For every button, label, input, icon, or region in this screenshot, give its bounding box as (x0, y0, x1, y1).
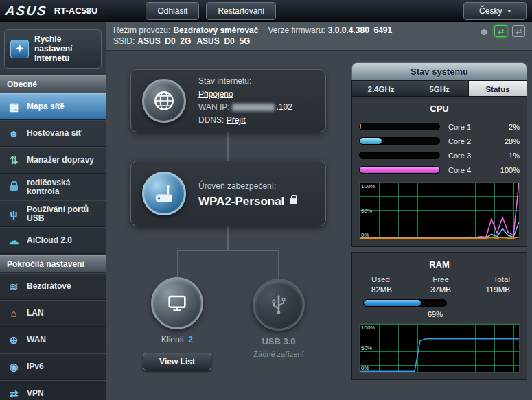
ram-usage-fill (364, 300, 421, 306)
cpu-core3-label: Core 3 (448, 152, 494, 160)
status-tabs: 2.4GHz 5GHz Status (351, 80, 527, 97)
ssid-2g-link[interactable]: ASUS_D0_2G (137, 36, 191, 46)
ram-graph-ylabel-50: 50% (361, 345, 372, 351)
cpu-core2-bar (359, 137, 440, 145)
firmware-label: Verze firmwaru: (268, 25, 325, 35)
ssid-label: SSID: (113, 36, 135, 46)
op-mode-label: Režim provozu: (113, 25, 170, 35)
sidebar-item-label: IPv6 (27, 362, 44, 371)
cpu-core1-percent: 2% (494, 123, 520, 131)
cpu-core4-label: Core 4 (448, 166, 494, 174)
cpu-title: CPU (359, 102, 520, 119)
clients-count: 2 (188, 335, 193, 344)
internet-status-link[interactable]: Připojeno (198, 89, 233, 99)
info-bar: Režim provozu:Bezdrátový směrovačVerze f… (106, 22, 532, 51)
clients-icon[interactable]: ☻ (478, 26, 489, 37)
security-value-row: WPA2-Personal (198, 195, 297, 208)
ipv6-icon: ◉ (7, 362, 21, 371)
ram-free-label: Free (432, 275, 449, 283)
cpu-core1-fill (360, 123, 361, 130)
cpu-core2-label: Core 2 (448, 137, 494, 145)
vpn-icon: ⇄ (7, 389, 21, 398)
info-row-2: SSID:ASUS_D0_2GASUS_D0_5G (113, 36, 525, 47)
sidebar-item-vpn[interactable]: ⇄ VPN (0, 380, 106, 400)
router-icon (152, 181, 176, 206)
sidebar-item-ipv6[interactable]: ◉ IPv6 (0, 353, 106, 380)
status-icons: ☻ ⇄ ⇄ (478, 25, 525, 37)
sidebar-item-wireless[interactable]: ≋ Bezdrátové (0, 273, 106, 300)
sidebar-item-label: Hostovaná síť (27, 129, 82, 138)
network-status-icon-active[interactable]: ⇄ (494, 25, 507, 37)
security-value: WPA2-Personal (198, 195, 284, 208)
connector-line (227, 226, 229, 250)
body-layout: ✦ Rychlé nastavení internetu Obecné ▦ Ma… (0, 22, 532, 400)
wan-ip-row: WAN IP:.102 (198, 101, 292, 114)
wan-ip-redacted (232, 104, 275, 111)
ram-usage-percent: 69% (428, 310, 520, 318)
ssid-5g-link[interactable]: ASUS_D0_5G (196, 36, 250, 46)
op-mode-link[interactable]: Bezdrátový směrovač (173, 25, 258, 35)
sidebar-item-lan[interactable]: ⌂ LAN (0, 300, 106, 327)
client-monitor-icon (165, 292, 189, 315)
clients-circle[interactable] (151, 277, 203, 329)
ddns-link[interactable]: Přejít (227, 115, 246, 125)
sidebar-item-label: LAN (27, 309, 44, 318)
sidebar-item-guest-network[interactable]: ☻ Hostovaná síť (0, 120, 106, 147)
usb-title: USB 3.0 (238, 336, 320, 346)
chevron-down-icon: ▾ (507, 8, 511, 14)
ram-graph-ylabel-100: 100% (361, 325, 375, 331)
connector-line (227, 132, 229, 161)
clients-label: Klienti: (161, 335, 186, 344)
quick-internet-setup-button[interactable]: ✦ Rychlé nastavení internetu (4, 29, 102, 69)
sidebar-item-network-map[interactable]: ▦ Mapa sítě (0, 93, 106, 120)
sidebar-item-label: AiCloud 2.0 (27, 236, 72, 245)
info-row-1: Režim provozu:Bezdrátový směrovačVerze f… (113, 25, 525, 36)
router-device-icon[interactable] (142, 172, 186, 215)
tab-status[interactable]: Status (469, 80, 527, 97)
sidebar-item-wan[interactable]: ⊕ WAN (0, 327, 106, 353)
view-list-button[interactable]: View List (143, 353, 211, 370)
ddns-label: DDNS: (198, 115, 224, 125)
cpu-usage-graph: 100% 50% 0% (359, 182, 520, 239)
internet-globe-icon[interactable] (142, 79, 186, 123)
wan-ip-suffix: .102 (277, 102, 292, 112)
wireless-icon: ≋ (7, 282, 21, 291)
cpu-graph-ylabel-50: 50% (361, 208, 372, 214)
asus-logo: ASUS (5, 3, 48, 19)
cpu-graph-plot (360, 183, 519, 239)
cpu-core1-bar (359, 123, 440, 130)
cpu-core4-bar (359, 166, 440, 174)
sidebar-item-aicloud[interactable]: ☁ AiCloud 2.0 (0, 227, 106, 254)
sidebar-item-traffic-manager[interactable]: ⇅ Manažer dopravy (0, 147, 106, 174)
sidebar-item-parental-control[interactable]: rodičovská kontrola (0, 174, 106, 200)
cpu-core4-fill (360, 167, 439, 173)
system-status-header: Stav systému (351, 62, 527, 80)
network-map-canvas: Stav internetu: Připojeno WAN IP:.102 DD… (106, 51, 351, 400)
cpu-graph-ylabel-0: 0% (361, 232, 369, 238)
cpu-core2-fill (360, 138, 382, 144)
sidebar-item-usb-application[interactable]: ψ Používání portů USB (0, 200, 106, 227)
logout-button[interactable]: Odhlásit (146, 2, 199, 20)
sidebar-item-label: WAN (27, 336, 46, 344)
system-status-panel: Stav systému 2.4GHz 5GHz Status CPU Core… (351, 62, 527, 400)
usb-device-circle[interactable] (253, 279, 305, 331)
sidebar-item-label: Používání portů USB (27, 205, 102, 223)
cpu-graph-ylabel-100: 100% (361, 183, 375, 189)
connector-line (278, 250, 279, 280)
network-status-icon[interactable]: ⇄ (512, 25, 525, 37)
security-text: Úroveň zabezpečení: WPA2-Personal (198, 180, 297, 208)
router-model: RT-AC58U (54, 5, 98, 16)
reboot-button[interactable]: Restartování (206, 2, 276, 20)
lan-home-icon: ⌂ (7, 309, 21, 318)
traffic-manager-icon: ⇅ (7, 156, 21, 165)
wan-globe-icon: ⊕ (7, 336, 21, 344)
ram-used-col: Used 82MB (362, 275, 417, 294)
tab-5ghz[interactable]: 5GHz (410, 80, 469, 97)
sidebar-item-label: Bezdrátové (27, 282, 71, 291)
content-area: Stav internetu: Připojeno WAN IP:.102 DD… (106, 51, 532, 400)
parental-control-lock-icon (7, 183, 21, 191)
tab-2-4ghz[interactable]: 2.4GHz (351, 80, 410, 97)
firmware-version-link[interactable]: 3.0.0.4.380_6491 (328, 25, 392, 35)
language-selector[interactable]: Česky ▾ (463, 2, 527, 20)
right-column: Režim provozu:Bezdrátový směrovačVerze f… (106, 22, 532, 400)
